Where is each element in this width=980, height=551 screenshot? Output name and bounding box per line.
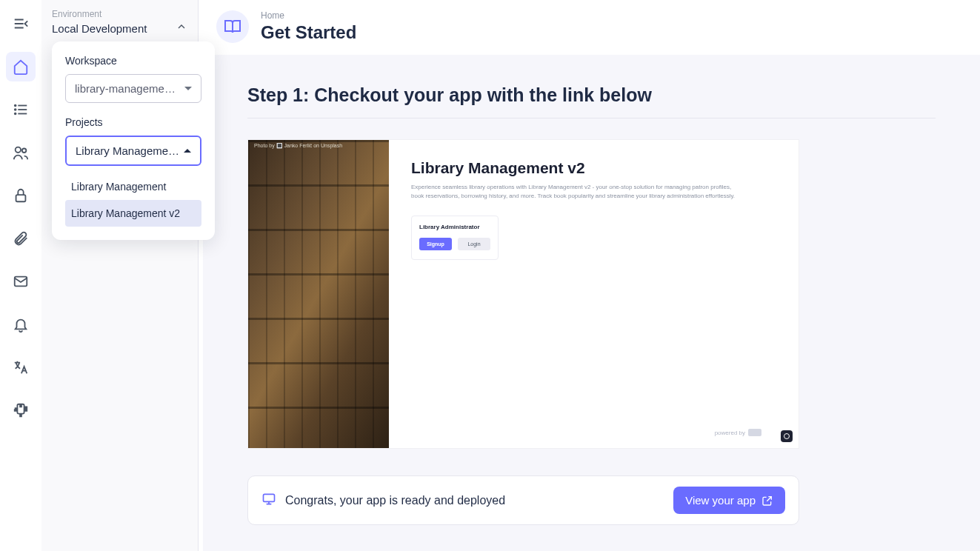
preview-image: Photo by 🔳 Janko Ferlič on Unsplash [248,140,389,448]
breadcrumb: Home [261,10,356,21]
users-icon [13,144,29,161]
svg-point-3 [15,105,16,107]
list-icon [13,101,29,118]
environment-name: Local Development [52,22,147,35]
svg-point-6 [16,147,21,153]
projects-label: Projects [65,116,201,128]
project-option[interactable]: Library Management v2 [65,200,201,227]
login-button[interactable]: Login [458,238,490,250]
caret-down-icon [184,87,192,90]
book-open-icon [224,18,241,36]
main-header: Home Get Started [199,0,980,50]
icon-rail [0,0,41,551]
menu-collapse-button[interactable] [6,9,36,39]
lock-icon [13,187,29,204]
preview-description: Experience seamless library operations w… [411,183,737,201]
menu-collapse-icon [13,16,29,32]
workspace-value: library-manageme… [75,82,176,95]
powered-by-logo [748,429,761,436]
photo-credit: Photo by 🔳 Janko Ferlič on Unsplash [254,143,342,149]
nav-list[interactable] [6,95,36,124]
nav-mail[interactable] [6,267,36,296]
admin-card-title: Library Administrator [419,224,490,230]
svg-rect-8 [16,195,26,201]
nav-plugins[interactable] [6,395,36,425]
page-icon-container [216,10,249,43]
content-scroll[interactable]: Step 1: Checkout your app with the link … [203,55,980,551]
nav-language[interactable] [6,353,36,382]
view-app-button[interactable]: View your app [673,487,785,514]
app-preview-card: Photo by 🔳 Janko Ferlič on Unsplash Libr… [247,139,799,449]
nav-security[interactable] [6,181,36,210]
svg-point-7 [22,149,27,153]
environment-dropdown-panel: Workspace library-manageme… Projects Lib… [52,41,215,240]
projects-select[interactable]: Library Manageme… [65,136,201,166]
monitor-icon [261,492,276,510]
sidebar: Environment Local Development Workspace … [41,0,199,551]
nav-attachments[interactable] [6,224,36,253]
main-area: Home Get Started Step 1: Checkout your a… [199,0,980,551]
step-heading: Step 1: Checkout your app with the link … [247,84,936,118]
widget-icon[interactable] [781,430,793,442]
nav-home[interactable] [6,52,36,81]
powered-by: powered by [715,429,761,436]
powered-by-text: powered by [715,430,745,436]
projects-value: Library Manageme… [76,144,179,157]
svg-point-5 [15,113,16,115]
preview-title: Library Management v2 [411,159,776,177]
project-option[interactable]: Library Management [65,173,201,200]
nav-notifications[interactable] [6,310,36,339]
svg-rect-10 [264,494,275,501]
attachment-icon [13,230,29,247]
workspace-select[interactable]: library-manageme… [65,74,201,103]
caret-up-icon [184,149,191,153]
nav-users[interactable] [6,138,36,167]
signup-button[interactable]: Signup [419,238,452,250]
mail-icon [13,273,29,290]
view-app-label: View your app [685,494,756,507]
plugin-icon [13,402,29,418]
projects-options-list: Library Management Library Management v2 [65,173,201,227]
congrats-text: Congrats, your app is ready and deployed [285,494,505,507]
chevron-up-icon [176,21,187,36]
bell-icon [13,316,29,333]
admin-card: Library Administrator Signup Login [411,216,499,260]
page-title: Get Started [261,22,356,43]
congrats-bar: Congrats, your app is ready and deployed… [247,475,799,525]
home-icon [13,59,29,75]
language-icon [13,359,29,375]
preview-body: Library Management v2 Experience seamles… [389,140,799,448]
environment-selector[interactable]: Local Development [52,21,187,36]
workspace-label: Workspace [65,55,201,67]
environment-label: Environment [52,9,187,19]
svg-point-4 [15,109,16,110]
external-link-icon [761,495,773,507]
